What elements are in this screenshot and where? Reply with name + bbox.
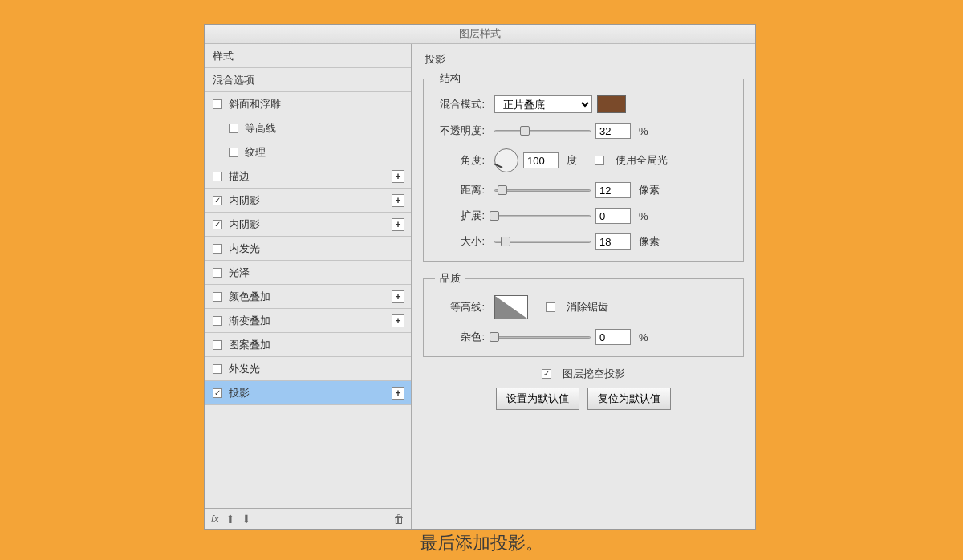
distance-row: 距离: 像素 bbox=[435, 182, 732, 198]
style-item[interactable]: 等高线 bbox=[205, 116, 411, 140]
style-item[interactable]: 投影+ bbox=[205, 381, 411, 405]
size-slider[interactable] bbox=[494, 234, 591, 249]
spread-slider[interactable] bbox=[494, 209, 591, 223]
style-item-label: 纹理 bbox=[245, 145, 266, 160]
style-item-label: 投影 bbox=[229, 386, 250, 400]
style-checkbox[interactable] bbox=[213, 244, 222, 254]
contour-picker[interactable] bbox=[494, 295, 528, 319]
style-item[interactable]: 图案叠加 bbox=[205, 333, 411, 357]
style-item-label: 斜面和浮雕 bbox=[229, 97, 281, 112]
add-effect-icon[interactable]: + bbox=[392, 194, 404, 207]
distance-slider[interactable] bbox=[494, 183, 591, 197]
style-item[interactable]: 颜色叠加+ bbox=[205, 285, 411, 309]
dialog-title: 图层样式 bbox=[205, 25, 755, 44]
style-item-label: 内阴影 bbox=[229, 193, 260, 208]
blend-options-header[interactable]: 混合选项 bbox=[205, 68, 411, 92]
style-item[interactable]: 内发光 bbox=[205, 237, 411, 261]
spread-row: 扩展: % bbox=[435, 208, 732, 224]
spread-input[interactable] bbox=[595, 208, 631, 224]
style-item-label: 内发光 bbox=[229, 241, 260, 256]
style-item-label: 等高线 bbox=[245, 121, 276, 136]
blend-mode-row: 混合模式: 正片叠底 bbox=[435, 95, 732, 113]
move-up-icon[interactable]: ⬆ bbox=[226, 513, 235, 526]
move-down-icon[interactable]: ⬇ bbox=[242, 513, 251, 526]
structure-group: 结构 混合模式: 正片叠底 不透明度: % 角度: bbox=[423, 71, 744, 262]
add-effect-icon[interactable]: + bbox=[392, 218, 404, 231]
distance-label: 距离: bbox=[435, 183, 485, 197]
fx-menu[interactable]: fx bbox=[211, 513, 219, 525]
add-effect-icon[interactable]: + bbox=[392, 290, 404, 303]
caption-text: 最后添加投影。 bbox=[0, 531, 963, 555]
styles-sidebar: 样式 混合选项 斜面和浮雕等高线纹理描边+内阴影+内阴影+内发光光泽颜色叠加+渐… bbox=[205, 44, 412, 529]
style-item[interactable]: 光泽 bbox=[205, 261, 411, 285]
quality-group: 品质 等高线: 消除锯齿 杂色: % bbox=[423, 271, 744, 357]
trash-icon[interactable]: 🗑 bbox=[393, 513, 404, 526]
knockout-label: 图层挖空投影 bbox=[563, 367, 625, 381]
sidebar-footer: fx ⬆ ⬇ 🗑 bbox=[205, 508, 411, 529]
angle-unit: 度 bbox=[567, 153, 577, 168]
style-checkbox[interactable] bbox=[213, 196, 222, 205]
shadow-color-swatch[interactable] bbox=[597, 95, 626, 113]
style-item-label: 描边 bbox=[229, 169, 250, 184]
style-item-label: 内阴影 bbox=[229, 217, 260, 232]
distance-unit: 像素 bbox=[639, 183, 660, 197]
style-checkbox[interactable] bbox=[213, 292, 222, 302]
blend-mode-label: 混合模式: bbox=[435, 97, 485, 112]
knockout-row: 图层挖空投影 bbox=[423, 367, 744, 381]
noise-input[interactable] bbox=[595, 329, 631, 345]
style-checkbox[interactable] bbox=[213, 388, 222, 398]
style-checkbox[interactable] bbox=[213, 340, 222, 350]
style-checkbox[interactable] bbox=[213, 220, 222, 229]
opacity-unit: % bbox=[639, 125, 648, 137]
style-checkbox[interactable] bbox=[213, 172, 222, 181]
style-checkbox[interactable] bbox=[213, 364, 222, 374]
blend-options-label: 混合选项 bbox=[213, 73, 254, 87]
styles-header[interactable]: 样式 bbox=[205, 44, 411, 68]
size-input[interactable] bbox=[595, 233, 631, 250]
settings-panel: 投影 结构 混合模式: 正片叠底 不透明度: % 角度: bbox=[412, 44, 755, 529]
style-item[interactable]: 纹理 bbox=[205, 140, 411, 164]
noise-slider[interactable] bbox=[494, 330, 591, 344]
quality-legend: 品质 bbox=[435, 271, 465, 286]
style-item[interactable]: 内阴影+ bbox=[205, 189, 411, 213]
style-checkbox[interactable] bbox=[213, 99, 222, 109]
angle-dial[interactable] bbox=[494, 148, 518, 172]
add-effect-icon[interactable]: + bbox=[392, 314, 404, 327]
add-effect-icon[interactable]: + bbox=[392, 170, 404, 183]
spread-label: 扩展: bbox=[435, 209, 485, 223]
style-item[interactable]: 斜面和浮雕 bbox=[205, 92, 411, 116]
antialias-label: 消除锯齿 bbox=[567, 300, 608, 314]
angle-row: 角度: 度 使用全局光 bbox=[435, 148, 732, 172]
style-checkbox[interactable] bbox=[229, 148, 238, 157]
style-item-label: 光泽 bbox=[229, 266, 250, 280]
global-light-label: 使用全局光 bbox=[616, 153, 668, 168]
angle-input[interactable] bbox=[523, 152, 559, 168]
style-item[interactable]: 渐变叠加+ bbox=[205, 309, 411, 333]
opacity-slider[interactable] bbox=[494, 124, 591, 138]
style-item-label: 图案叠加 bbox=[229, 338, 270, 352]
reset-default-button[interactable]: 复位为默认值 bbox=[587, 388, 671, 410]
style-item[interactable]: 描边+ bbox=[205, 164, 411, 189]
global-light-checkbox[interactable] bbox=[595, 156, 604, 165]
add-effect-icon[interactable]: + bbox=[392, 387, 404, 400]
default-buttons-row: 设置为默认值 复位为默认值 bbox=[423, 388, 744, 410]
opacity-input[interactable] bbox=[595, 123, 631, 139]
blend-mode-select[interactable]: 正片叠底 bbox=[494, 95, 592, 113]
style-checkbox[interactable] bbox=[213, 268, 222, 278]
style-checkbox[interactable] bbox=[213, 316, 222, 326]
style-checkbox[interactable] bbox=[229, 124, 238, 133]
style-item-label: 外发光 bbox=[229, 362, 260, 376]
angle-label: 角度: bbox=[435, 153, 485, 168]
style-item[interactable]: 内阴影+ bbox=[205, 213, 411, 237]
style-item[interactable]: 外发光 bbox=[205, 357, 411, 381]
styles-list: 样式 混合选项 斜面和浮雕等高线纹理描边+内阴影+内阴影+内发光光泽颜色叠加+渐… bbox=[205, 44, 411, 508]
knockout-checkbox[interactable] bbox=[542, 369, 551, 379]
distance-input[interactable] bbox=[595, 182, 631, 198]
style-item-label: 渐变叠加 bbox=[229, 314, 270, 328]
size-unit: 像素 bbox=[639, 234, 660, 249]
set-default-button[interactable]: 设置为默认值 bbox=[496, 388, 579, 410]
contour-label: 等高线: bbox=[435, 300, 485, 314]
antialias-checkbox[interactable] bbox=[546, 302, 555, 312]
layer-style-dialog: 图层样式 样式 混合选项 斜面和浮雕等高线纹理描边+内阴影+内阴影+内发光光泽颜… bbox=[204, 24, 756, 530]
contour-row: 等高线: 消除锯齿 bbox=[435, 295, 732, 319]
